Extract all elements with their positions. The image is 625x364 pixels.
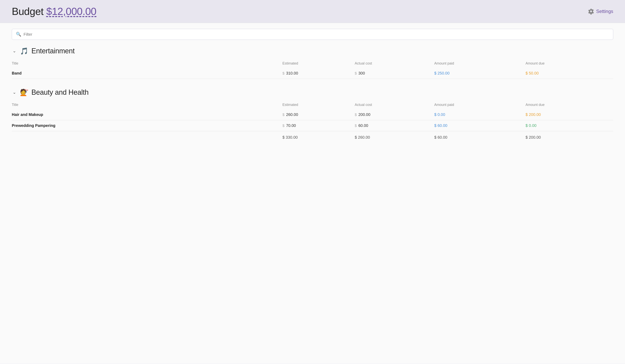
table-row: Prewedding Pampering $ 70.00 $ 60.00 <box>12 120 613 131</box>
paid-amount: $ 250.00 <box>434 71 449 75</box>
dollar-sign: $ <box>282 124 285 128</box>
entertainment-icon: 🎵 <box>20 47 28 55</box>
table-row: Band $ 310.00 $ 300 $ 250 <box>12 68 613 79</box>
col-amount-paid: Amount paid <box>434 101 526 109</box>
beauty-header-row: Title Estimated Actual cost Amount paid … <box>12 101 613 109</box>
item-actual-cost: $ 300 <box>355 68 434 79</box>
item-amount-paid: $ 250.00 <box>434 68 526 79</box>
entertainment-collapse-button[interactable]: ⌄ <box>12 48 17 54</box>
item-title: Prewedding Pampering <box>12 120 282 131</box>
total-estimated: $ 330.00 <box>282 131 355 143</box>
beauty-icon: 💇 <box>20 88 28 96</box>
budget-label: Budget <box>12 6 44 17</box>
item-amount-due: $ 200.00 <box>526 109 613 120</box>
dollar-sign: $ <box>355 71 357 76</box>
item-actual-cost: $ 200.00 <box>355 109 434 120</box>
main-content: 🔍 ⌄ 🎵 Entertainment Title Estimated Actu… <box>0 23 625 364</box>
section-entertainment: ⌄ 🎵 Entertainment Title Estimated Actual… <box>12 47 613 79</box>
table-row: Hair and Makeup $ 260.00 $ 200.00 <box>12 109 613 120</box>
due-amount: $ 50.00 <box>526 71 539 75</box>
col-title: Title <box>12 60 282 68</box>
entertainment-table: Title Estimated Actual cost Amount paid … <box>12 60 613 79</box>
entertainment-title: Entertainment <box>31 47 75 55</box>
item-estimated: $ 260.00 <box>282 109 355 120</box>
beauty-title: Beauty and Health <box>31 88 89 96</box>
due-amount: $ 0.00 <box>526 123 536 128</box>
entertainment-header-row: Title Estimated Actual cost Amount paid … <box>12 60 613 68</box>
gear-icon <box>588 8 594 15</box>
header: Budget $12,000.00 Settings <box>0 0 625 23</box>
estimated-amount: 260.00 <box>286 112 298 117</box>
item-actual-cost: $ 60.00 <box>355 120 434 131</box>
item-estimated: $ 310.00 <box>282 68 355 79</box>
settings-label: Settings <box>596 9 613 14</box>
col-estimated: Estimated <box>282 101 355 109</box>
actual-cost-amount: 300 <box>358 71 365 76</box>
actual-cost-amount: 60.00 <box>358 123 368 128</box>
col-actual-cost: Actual cost <box>355 60 434 68</box>
item-amount-due: $ 0.00 <box>526 120 613 131</box>
totals-label <box>12 131 282 143</box>
item-title: Hair and Makeup <box>12 109 282 120</box>
item-amount-paid: $ 0.00 <box>434 109 526 120</box>
actual-cost-amount: 200.00 <box>358 112 370 117</box>
col-estimated: Estimated <box>282 60 355 68</box>
paid-amount: $ 60.00 <box>434 123 447 128</box>
total-actual-cost: $ 260.00 <box>355 131 434 143</box>
budget-amount[interactable]: $12,000.00 <box>46 6 96 17</box>
item-amount-paid: $ 60.00 <box>434 120 526 131</box>
filter-input[interactable] <box>24 32 609 37</box>
page-title: Budget $12,000.00 <box>12 5 96 17</box>
paid-amount: $ 0.00 <box>434 112 445 117</box>
section-beauty-header: ⌄ 💇 Beauty and Health <box>12 88 613 96</box>
search-icon: 🔍 <box>16 32 21 37</box>
total-amount-paid: $ 60.00 <box>434 131 526 143</box>
item-title: Band <box>12 68 282 79</box>
item-amount-due: $ 50.00 <box>526 68 613 79</box>
item-estimated: $ 70.00 <box>282 120 355 131</box>
col-amount-due: Amount due <box>526 60 613 68</box>
filter-bar: 🔍 <box>12 29 613 40</box>
section-entertainment-header: ⌄ 🎵 Entertainment <box>12 47 613 55</box>
dollar-sign: $ <box>282 71 285 76</box>
dollar-sign: $ <box>355 124 357 128</box>
estimated-amount: 310.00 <box>286 71 298 76</box>
col-title: Title <box>12 101 282 109</box>
col-amount-paid: Amount paid <box>434 60 526 68</box>
col-actual-cost: Actual cost <box>355 101 434 109</box>
section-beauty-health: ⌄ 💇 Beauty and Health Title Estimated Ac… <box>12 88 613 143</box>
beauty-collapse-button[interactable]: ⌄ <box>12 89 17 96</box>
beauty-totals-row: $ 330.00 $ 260.00 $ 60.00 $ 200.00 <box>12 131 613 143</box>
col-amount-due: Amount due <box>526 101 613 109</box>
beauty-table: Title Estimated Actual cost Amount paid … <box>12 101 613 143</box>
dollar-sign: $ <box>355 112 357 117</box>
due-amount: $ 200.00 <box>526 112 541 117</box>
estimated-amount: 70.00 <box>286 123 296 128</box>
settings-button[interactable]: Settings <box>588 8 613 15</box>
dollar-sign: $ <box>282 112 285 117</box>
total-amount-due: $ 200.00 <box>526 131 613 143</box>
